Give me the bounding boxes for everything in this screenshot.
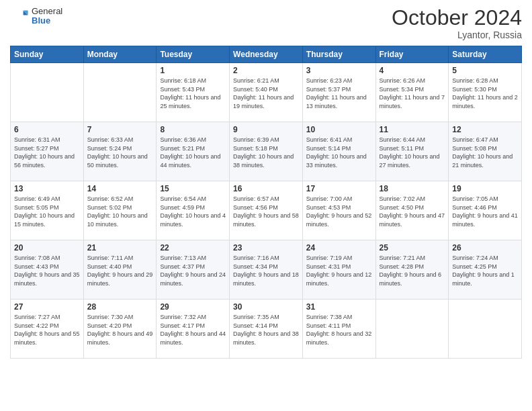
weekday-header-cell: Thursday — [302, 46, 375, 63]
day-number: 26 — [452, 243, 518, 253]
day-number: 19 — [452, 184, 518, 193]
weekday-header-cell: Saturday — [449, 46, 522, 63]
weekday-header-cell: Sunday — [11, 46, 84, 63]
day-info: Sunrise: 6:41 AMSunset: 5:14 PMDaylight:… — [306, 136, 372, 169]
day-info: Sunrise: 6:21 AMSunset: 5:40 PMDaylight:… — [233, 77, 299, 110]
day-number: 27 — [14, 302, 80, 312]
calendar-day-cell — [83, 63, 157, 122]
day-number: 24 — [306, 243, 372, 253]
day-info: Sunrise: 7:00 AMSunset: 4:53 PMDaylight:… — [306, 195, 372, 228]
calendar-week-row: 1Sunrise: 6:18 AMSunset: 5:43 PMDaylight… — [11, 63, 522, 122]
calendar-day-cell: 14Sunrise: 6:52 AMSunset: 5:02 PMDayligh… — [83, 181, 157, 240]
day-number: 30 — [233, 302, 299, 312]
day-number: 13 — [14, 184, 80, 193]
day-info: Sunrise: 7:19 AMSunset: 4:31 PMDaylight:… — [306, 254, 372, 287]
day-info: Sunrise: 6:28 AMSunset: 5:30 PMDaylight:… — [452, 77, 518, 110]
calendar-table: SundayMondayTuesdayWednesdayThursdayFrid… — [10, 46, 522, 359]
day-info: Sunrise: 6:52 AMSunset: 5:02 PMDaylight:… — [87, 195, 153, 228]
day-number: 18 — [380, 184, 445, 193]
calendar-day-cell: 19Sunrise: 7:05 AMSunset: 4:46 PMDayligh… — [449, 181, 522, 240]
day-info: Sunrise: 7:08 AMSunset: 4:43 PMDaylight:… — [14, 254, 80, 287]
calendar-day-cell: 25Sunrise: 7:21 AMSunset: 4:28 PMDayligh… — [375, 240, 449, 300]
calendar-day-cell: 8Sunrise: 6:36 AMSunset: 5:21 PMDaylight… — [157, 122, 230, 181]
day-number: 7 — [87, 125, 153, 134]
day-number: 10 — [306, 125, 372, 134]
weekday-header-cell: Tuesday — [157, 46, 230, 63]
calendar-day-cell: 16Sunrise: 6:57 AMSunset: 4:56 PMDayligh… — [230, 181, 303, 240]
day-number: 17 — [306, 184, 372, 193]
calendar-day-cell: 21Sunrise: 7:11 AMSunset: 4:40 PMDayligh… — [83, 240, 157, 300]
calendar-day-cell: 26Sunrise: 7:24 AMSunset: 4:25 PMDayligh… — [449, 240, 522, 300]
day-info: Sunrise: 6:57 AMSunset: 4:56 PMDaylight:… — [233, 195, 299, 228]
day-number: 11 — [380, 125, 445, 134]
month-title: October 2024 — [392, 7, 522, 28]
day-number: 31 — [306, 302, 372, 312]
day-info: Sunrise: 6:39 AMSunset: 5:18 PMDaylight:… — [233, 136, 299, 169]
day-info: Sunrise: 7:24 AMSunset: 4:25 PMDaylight:… — [452, 254, 518, 287]
day-number: 21 — [87, 243, 153, 253]
weekday-header-cell: Wednesday — [230, 46, 303, 63]
logo-general-text: General — [32, 7, 62, 16]
calendar-day-cell — [449, 300, 522, 359]
day-info: Sunrise: 7:30 AMSunset: 4:20 PMDaylight:… — [87, 313, 153, 347]
header: General Blue October 2024 Lyantor, Russi… — [10, 7, 522, 40]
calendar-day-cell: 20Sunrise: 7:08 AMSunset: 4:43 PMDayligh… — [11, 240, 84, 300]
calendar-day-cell: 22Sunrise: 7:13 AMSunset: 4:37 PMDayligh… — [157, 240, 230, 300]
calendar-day-cell: 11Sunrise: 6:44 AMSunset: 5:11 PMDayligh… — [375, 122, 449, 181]
logo-text: General Blue — [32, 7, 62, 26]
day-number: 8 — [160, 125, 226, 134]
calendar-day-cell: 6Sunrise: 6:31 AMSunset: 5:27 PMDaylight… — [11, 122, 84, 181]
day-number: 16 — [233, 184, 299, 193]
day-info: Sunrise: 7:16 AMSunset: 4:34 PMDaylight:… — [233, 254, 299, 287]
calendar-day-cell: 13Sunrise: 6:49 AMSunset: 5:05 PMDayligh… — [11, 181, 84, 240]
day-info: Sunrise: 7:05 AMSunset: 4:46 PMDaylight:… — [452, 195, 518, 228]
day-info: Sunrise: 6:33 AMSunset: 5:24 PMDaylight:… — [87, 136, 153, 169]
day-number: 29 — [160, 302, 226, 312]
day-info: Sunrise: 7:11 AMSunset: 4:40 PMDaylight:… — [87, 254, 153, 287]
calendar-week-row: 27Sunrise: 7:27 AMSunset: 4:22 PMDayligh… — [11, 300, 522, 359]
day-info: Sunrise: 7:38 AMSunset: 4:11 PMDaylight:… — [306, 313, 372, 347]
logo-blue-text: Blue — [32, 16, 62, 26]
calendar-day-cell: 15Sunrise: 6:54 AMSunset: 4:59 PMDayligh… — [157, 181, 230, 240]
calendar-day-cell: 24Sunrise: 7:19 AMSunset: 4:31 PMDayligh… — [302, 240, 375, 300]
calendar-day-cell: 1Sunrise: 6:18 AMSunset: 5:43 PMDaylight… — [157, 63, 230, 122]
weekday-header-cell: Friday — [375, 46, 449, 63]
day-info: Sunrise: 6:49 AMSunset: 5:05 PMDaylight:… — [14, 195, 80, 228]
calendar-day-cell: 4Sunrise: 6:26 AMSunset: 5:34 PMDaylight… — [375, 63, 449, 122]
calendar-day-cell: 5Sunrise: 6:28 AMSunset: 5:30 PMDaylight… — [449, 63, 522, 122]
day-number: 15 — [160, 184, 226, 193]
day-info: Sunrise: 7:21 AMSunset: 4:28 PMDaylight:… — [380, 254, 445, 287]
day-number: 23 — [233, 243, 299, 253]
day-info: Sunrise: 6:54 AMSunset: 4:59 PMDaylight:… — [160, 195, 226, 228]
day-number: 12 — [452, 125, 518, 134]
logo: General Blue — [10, 7, 62, 26]
day-number: 9 — [233, 125, 299, 134]
calendar-week-row: 20Sunrise: 7:08 AMSunset: 4:43 PMDayligh… — [11, 240, 522, 300]
day-number: 14 — [87, 184, 153, 193]
day-number: 25 — [380, 243, 445, 253]
calendar-day-cell: 12Sunrise: 6:47 AMSunset: 5:08 PMDayligh… — [449, 122, 522, 181]
day-info: Sunrise: 6:36 AMSunset: 5:21 PMDaylight:… — [160, 136, 226, 169]
calendar-day-cell: 2Sunrise: 6:21 AMSunset: 5:40 PMDaylight… — [230, 63, 303, 122]
day-info: Sunrise: 6:44 AMSunset: 5:11 PMDaylight:… — [380, 136, 445, 169]
calendar-day-cell: 28Sunrise: 7:30 AMSunset: 4:20 PMDayligh… — [83, 300, 157, 359]
day-info: Sunrise: 6:23 AMSunset: 5:37 PMDaylight:… — [306, 77, 372, 110]
day-number: 1 — [160, 66, 226, 75]
day-number: 28 — [87, 302, 153, 312]
day-info: Sunrise: 6:26 AMSunset: 5:34 PMDaylight:… — [380, 77, 445, 110]
calendar-week-row: 6Sunrise: 6:31 AMSunset: 5:27 PMDaylight… — [11, 122, 522, 181]
calendar-body: 1Sunrise: 6:18 AMSunset: 5:43 PMDaylight… — [11, 63, 522, 359]
day-info: Sunrise: 6:18 AMSunset: 5:43 PMDaylight:… — [160, 77, 226, 110]
calendar-day-cell: 27Sunrise: 7:27 AMSunset: 4:22 PMDayligh… — [11, 300, 84, 359]
calendar-day-cell: 31Sunrise: 7:38 AMSunset: 4:11 PMDayligh… — [302, 300, 375, 359]
day-number: 4 — [380, 66, 445, 75]
calendar-day-cell: 17Sunrise: 7:00 AMSunset: 4:53 PMDayligh… — [302, 181, 375, 240]
day-number: 3 — [306, 66, 372, 75]
weekday-header-cell: Monday — [83, 46, 157, 63]
day-number: 6 — [14, 125, 80, 134]
day-info: Sunrise: 7:13 AMSunset: 4:37 PMDaylight:… — [160, 254, 226, 287]
calendar-day-cell: 3Sunrise: 6:23 AMSunset: 5:37 PMDaylight… — [302, 63, 375, 122]
day-info: Sunrise: 7:35 AMSunset: 4:14 PMDaylight:… — [233, 313, 299, 347]
day-number: 2 — [233, 66, 299, 75]
calendar-day-cell: 10Sunrise: 6:41 AMSunset: 5:14 PMDayligh… — [302, 122, 375, 181]
